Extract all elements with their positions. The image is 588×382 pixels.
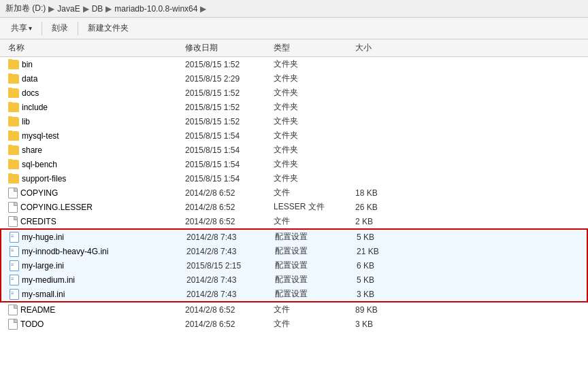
list-item[interactable]: sql-bench2015/8/15 1:54文件夹 (0, 157, 588, 171)
file-date: 2015/8/15 1:54 (182, 159, 271, 170)
config-icon (10, 260, 19, 271)
share-button[interactable]: 共享 ▾ (5, 20, 37, 36)
file-date: 2015/8/15 1:54 (182, 173, 271, 184)
file-type: 文件夹 (271, 158, 353, 171)
file-name: README (5, 304, 182, 316)
file-size: 18 KB (353, 188, 421, 198)
file-name: data (5, 73, 182, 84)
folder-icon (8, 74, 19, 84)
config-icon (10, 246, 19, 257)
config-icon (10, 275, 19, 285)
folder-icon (8, 131, 19, 141)
toolbar: 共享 ▾ 刻录 新建文件夹 (0, 18, 588, 39)
file-name: include (5, 102, 182, 113)
breadcrumb-part-drive[interactable]: 新加卷 (D:) (5, 3, 46, 14)
file-type: 配置设置 (272, 259, 354, 272)
file-size (353, 135, 421, 137)
file-date: 2014/2/8 7:43 (184, 289, 272, 300)
list-item[interactable]: include2015/8/15 1:52文件夹 (0, 100, 588, 114)
list-item[interactable]: my-medium.ini2014/2/8 7:43配置设置5 KB (0, 273, 588, 287)
file-type: 文件 (271, 186, 353, 199)
file-type: 文件夹 (271, 129, 353, 142)
file-date: 2015/8/15 1:52 (182, 59, 271, 70)
file-type: 配置设置 (272, 288, 354, 300)
breadcrumb-part-db[interactable]: DB (92, 4, 103, 14)
list-item[interactable]: my-small.ini2014/2/8 7:43配置设置3 KB (0, 287, 588, 302)
file-name: lib (5, 116, 182, 127)
list-item[interactable]: mysql-test2015/8/15 1:54文件夹 (0, 128, 588, 143)
folder-icon (8, 60, 19, 69)
file-size (353, 178, 421, 179)
file-size (353, 107, 421, 108)
file-size: 5 KB (354, 275, 422, 285)
file-size: 2 KB (353, 216, 421, 227)
col-date-header[interactable]: 修改日期 (182, 41, 271, 55)
burn-button[interactable]: 刻录 (46, 20, 74, 36)
file-icon (8, 305, 18, 315)
sep1: ▶ (48, 4, 54, 14)
col-name-header[interactable]: 名称 (5, 41, 182, 55)
file-type: 文件夹 (271, 86, 353, 99)
file-name: docs (5, 88, 182, 99)
file-type: 文件 (271, 303, 353, 316)
col-size-header[interactable]: 大小 (353, 41, 421, 55)
file-size (353, 150, 421, 151)
file-size: 3 KB (353, 319, 421, 330)
file-date: 2014/2/8 7:43 (184, 232, 272, 243)
file-type: 文件夹 (271, 115, 353, 128)
share-arrow: ▾ (29, 24, 32, 32)
new-folder-button[interactable]: 新建文件夹 (82, 20, 134, 36)
file-date: 2014/2/8 6:52 (182, 305, 271, 315)
file-date: 2015/8/15 1:54 (182, 131, 271, 141)
list-item[interactable]: README2014/2/8 6:52文件89 KB (0, 302, 588, 317)
file-size: 89 KB (353, 305, 421, 315)
list-item[interactable]: COPYING.LESSER2014/2/8 6:52LESSER 文件26 K… (0, 200, 588, 214)
file-size (353, 78, 421, 80)
folder-icon (8, 174, 19, 184)
list-item[interactable]: share2015/8/15 1:54文件夹 (0, 143, 588, 157)
file-name: TODO (5, 318, 182, 330)
file-type: 配置设置 (272, 245, 354, 258)
file-date: 2014/2/8 6:52 (182, 319, 271, 330)
list-item[interactable]: CREDITS2014/2/8 6:52文件2 KB (0, 214, 588, 228)
burn-label: 刻录 (52, 22, 68, 34)
file-name: COPYING.LESSER (5, 201, 182, 213)
list-item[interactable]: my-innodb-heavy-4G.ini2014/2/8 7:43配置设置2… (0, 244, 588, 258)
list-item[interactable]: lib2015/8/15 1:52文件夹 (0, 114, 588, 128)
list-item[interactable]: COPYING2014/2/8 6:52文件18 KB (0, 186, 588, 200)
file-date: 2014/2/8 6:52 (182, 188, 271, 198)
file-size (353, 164, 421, 165)
folder-icon (8, 160, 19, 169)
file-date: 2015/8/15 1:52 (182, 116, 271, 127)
list-item[interactable]: support-files2015/8/15 1:54文件夹 (0, 171, 588, 186)
file-type: 文件 (271, 317, 353, 330)
sep2: ▶ (83, 4, 89, 14)
file-date: 2015/8/15 1:52 (182, 88, 271, 99)
list-item[interactable]: my-huge.ini2014/2/8 7:43配置设置5 KB (0, 228, 588, 244)
file-name: my-medium.ini (7, 274, 184, 286)
file-size: 21 KB (354, 246, 422, 257)
file-date: 2014/2/8 6:52 (182, 202, 271, 213)
toolbar-separator-1 (42, 22, 42, 35)
folder-icon (8, 145, 19, 155)
file-type: 配置设置 (272, 230, 354, 243)
file-date: 2014/2/8 7:43 (184, 275, 272, 285)
new-folder-label: 新建文件夹 (88, 22, 129, 34)
list-item[interactable]: TODO2014/2/8 6:52文件3 KB (0, 317, 588, 331)
file-name: share (5, 145, 182, 156)
col-type-header[interactable]: 类型 (271, 41, 353, 55)
breadcrumb-part-mariadb[interactable]: mariadb-10.0.8-winx64 (114, 4, 197, 14)
breadcrumb-part-javae[interactable]: JavaE (57, 4, 80, 14)
file-type: 文件夹 (271, 143, 353, 156)
list-item[interactable]: data2015/8/15 2:29文件夹 (0, 71, 588, 86)
file-name: bin (5, 59, 182, 70)
list-item[interactable]: bin2015/8/15 1:52文件夹 (0, 57, 588, 71)
file-name: CREDITS (5, 215, 182, 228)
file-type: 文件夹 (271, 58, 353, 71)
file-name: mysql-test (5, 131, 182, 141)
share-label: 共享 (11, 22, 27, 34)
list-item[interactable]: docs2015/8/15 1:52文件夹 (0, 86, 588, 100)
file-list: bin2015/8/15 1:52文件夹data2015/8/15 2:29文件… (0, 57, 588, 382)
file-name: my-large.ini (7, 260, 184, 272)
list-item[interactable]: my-large.ini2015/8/15 2:15配置设置6 KB (0, 258, 588, 273)
